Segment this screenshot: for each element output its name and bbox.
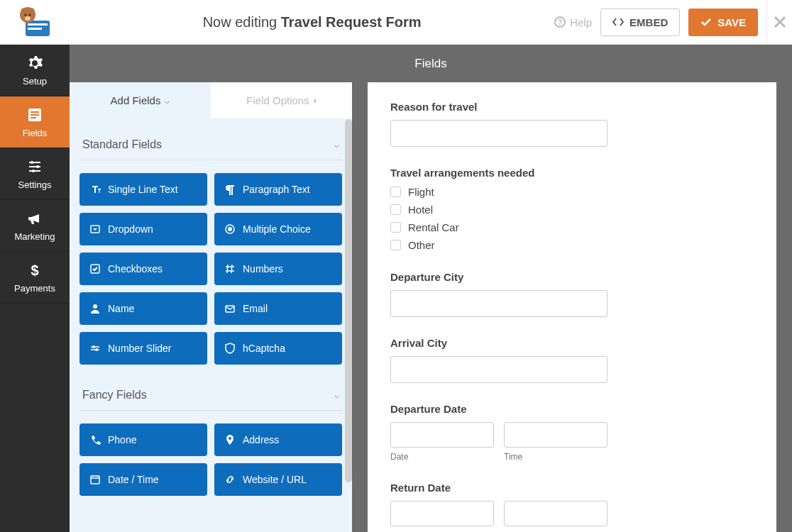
radio-icon [224,223,236,235]
svg-rect-27 [91,476,99,484]
top-actions: ? Help EMBED SAVE [554,9,766,36]
chevron-down-icon: ⌵ [334,140,339,150]
field-btn-dropdown[interactable]: Dropdown [79,213,207,245]
dollar-icon: $ [26,262,43,279]
field-dep-date[interactable]: Departure Date Date Time [390,403,754,462]
tab-field-options[interactable]: Field Options› [211,82,352,118]
checkbox-flight[interactable]: Flight [390,186,754,198]
field-btn-number-slider[interactable]: Number Slider [79,332,207,365]
svg-text:?: ? [558,18,562,26]
title-name: Travel Request Form [281,14,422,30]
chevron-right-icon: › [314,96,317,106]
help-icon: ? [554,16,566,28]
svg-point-7 [29,14,31,16]
sidebar-item-settings[interactable]: Settings [0,148,70,200]
bullhorn-icon [26,210,43,227]
link-icon [224,474,236,485]
field-reason[interactable]: Reason for travel [390,101,754,147]
text-input[interactable] [390,356,607,383]
field-btn-phone[interactable]: Phone [79,423,207,456]
svg-rect-14 [31,117,36,118]
field-arrangements[interactable]: Travel arrangements needed FlightHotelRe… [390,167,754,251]
pin-icon [224,434,236,445]
field-arr-city[interactable]: Arrival City [390,337,754,383]
sidebar-item-setup[interactable]: Setup [0,45,70,96]
close-button[interactable] [766,0,792,45]
sidebar-item-marketing[interactable]: Marketing [0,200,70,252]
calendar-icon [89,474,101,485]
page-title: Now editing Travel Request Form [70,14,554,31]
checkbox-input[interactable] [390,204,401,215]
panel-scrollbar[interactable] [345,119,352,482]
sidebar: SetupFieldsSettingsMarketing$Payments [0,45,70,532]
checkbox-hotel[interactable]: Hotel [390,204,754,216]
svg-point-8 [25,16,31,21]
svg-point-6 [25,14,27,16]
field-btn-multiple-choice[interactable]: Multiple Choice [214,213,342,245]
preview-area: Reason for travel Travel arrangements ne… [352,82,792,532]
svg-point-21 [228,227,232,231]
field-btn-single-line-text[interactable]: Single Line Text [79,173,207,206]
form-icon [26,106,43,123]
field-label: Departure City [390,271,754,283]
save-button[interactable]: SAVE [688,9,758,36]
date-input[interactable] [390,501,494,526]
help-link[interactable]: ? Help [554,16,592,28]
svg-point-26 [95,348,98,351]
field-label: Travel arrangements needed [390,167,754,179]
date-input[interactable] [390,422,494,448]
mail-icon [224,303,236,314]
field-btn-date-time[interactable]: Date / Time [79,463,207,496]
field-label: Reason for travel [390,101,754,113]
checkbox-input[interactable] [390,222,401,233]
checkbox-input[interactable] [390,187,401,197]
phone-icon [89,434,101,445]
text-input[interactable] [390,290,607,317]
field-label: Departure Date [390,403,754,415]
field-btn-paragraph-text[interactable]: Paragraph Text [214,173,342,206]
checkbox-other[interactable]: Other [390,239,754,251]
time-input[interactable] [504,422,607,448]
svg-point-25 [92,345,95,348]
svg-rect-1 [28,23,48,26]
check-icon [700,16,712,28]
checkbox-rental-car[interactable]: Rental Car [390,221,754,233]
field-btn-name[interactable]: Name [79,292,207,325]
time-input[interactable] [504,501,607,526]
field-ret-date[interactable]: Return Date [390,482,754,526]
field-btn-address[interactable]: Address [214,423,342,456]
chevron-down-icon: ⌵ [334,390,339,400]
code-icon [612,16,624,28]
hash-icon [224,263,236,275]
section-header[interactable]: Standard Fields⌵ [79,128,342,160]
embed-button[interactable]: EMBED [600,9,680,36]
svg-point-17 [32,170,35,172]
field-label: Return Date [390,482,754,494]
text-input[interactable] [390,120,607,147]
svg-point-15 [31,161,33,164]
sublabel: Time [504,452,607,462]
field-btn-numbers[interactable]: Numbers [214,253,342,285]
field-dep-city[interactable]: Departure City [390,271,754,317]
svg-point-4 [21,9,26,13]
sidebar-item-payments[interactable]: $Payments [0,252,70,304]
svg-rect-12 [31,111,39,113]
title-prefix: Now editing [203,14,277,30]
user-icon [89,303,101,314]
field-btn-hcaptcha[interactable]: hCaptcha [214,332,342,365]
panel-tabs: Add Fields⌵Field Options› [70,82,352,118]
tab-add-fields[interactable]: Add Fields⌵ [70,82,211,118]
field-btn-checkboxes[interactable]: Checkboxes [79,253,207,285]
checkbox-input[interactable] [390,240,401,250]
panel-title: Fields [70,45,792,82]
dropdown-icon [89,223,101,235]
fields-panel: Add Fields⌵Field Options› Standard Field… [70,82,352,532]
panel-body: Standard Fields⌵Single Line TextParagrap… [70,118,352,532]
section-header[interactable]: Fancy Fields⌵ [79,379,342,411]
field-btn-website-url[interactable]: Website / URL [214,463,342,496]
sidebar-item-fields[interactable]: Fields [0,96,70,148]
app-logo [0,0,70,45]
svg-rect-2 [28,28,42,30]
svg-text:$: $ [31,262,38,278]
field-btn-email[interactable]: Email [214,292,342,325]
